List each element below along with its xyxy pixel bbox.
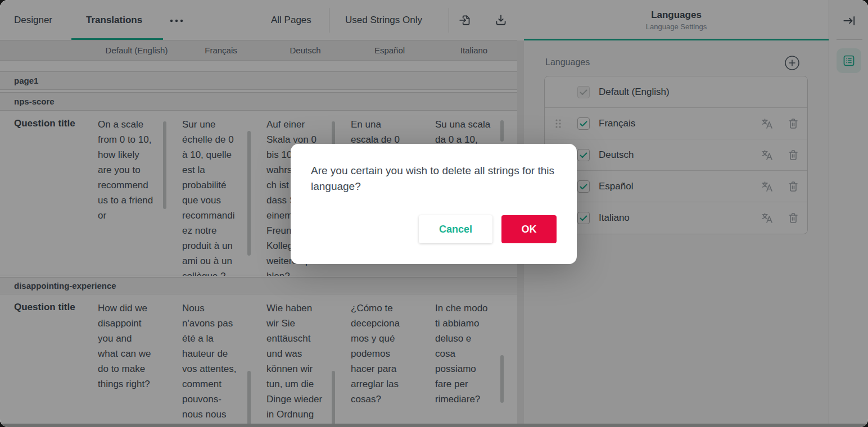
confirm-delete-dialog: Are you certain you wish to delete all s… (291, 144, 577, 264)
dialog-message: Are you certain you wish to delete all s… (311, 163, 558, 194)
survey-creator-window: Designer Translations All Pages Used Str… (0, 0, 868, 427)
cancel-button[interactable]: Cancel (419, 215, 492, 243)
ok-button[interactable]: OK (501, 215, 557, 243)
